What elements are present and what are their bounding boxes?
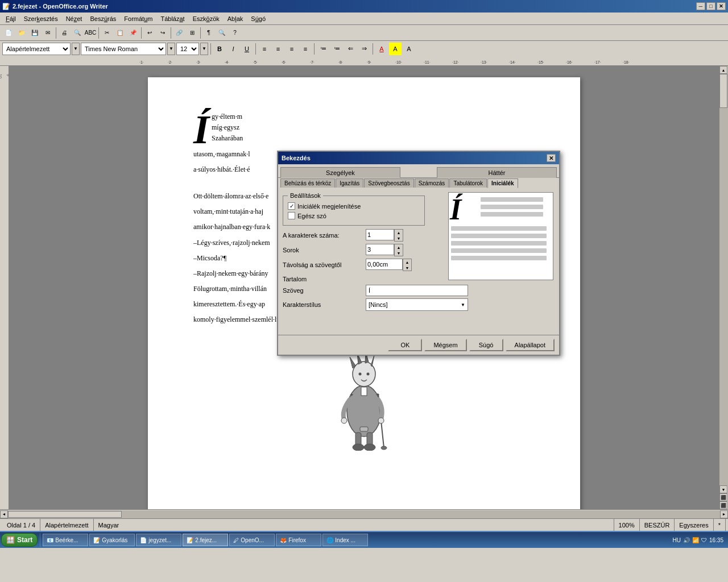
- email-button[interactable]: ✉: [42, 27, 54, 39]
- tavolsag-spin-up[interactable]: ▲: [403, 259, 411, 265]
- minimize-button[interactable]: ─: [696, 2, 705, 10]
- font-selector[interactable]: Times New Roman ▼: [81, 43, 175, 55]
- font-dropdown[interactable]: Times New Roman: [81, 43, 166, 55]
- characters-spin-up[interactable]: ▲: [395, 230, 403, 235]
- characters-input[interactable]: 1: [366, 229, 394, 240]
- scroll-page-down[interactable]: ⬛: [719, 501, 727, 509]
- tab-behuzas[interactable]: Behúzás és térköz: [280, 178, 335, 188]
- taskbar-item-2[interactable]: 📝 Gyakorlás: [89, 534, 135, 546]
- menu-view[interactable]: Nézet: [63, 13, 86, 24]
- sorok-spin[interactable]: ▲ ▼: [394, 244, 403, 256]
- sorok-input[interactable]: 3: [366, 244, 394, 255]
- scroll-track[interactable]: [719, 74, 728, 485]
- ok-button[interactable]: OK: [388, 339, 422, 351]
- tab-hatter[interactable]: Háttér: [437, 167, 557, 178]
- tab-igazitas[interactable]: Igazítás: [336, 178, 363, 188]
- menu-tools[interactable]: Eszközök: [189, 13, 223, 24]
- reset-button[interactable]: Alapállapot: [506, 339, 555, 351]
- font-color-button[interactable]: A: [375, 43, 388, 55]
- tab-tabulatorok[interactable]: Tabulátorok: [449, 178, 487, 188]
- menu-edit[interactable]: Szerkesztés: [20, 13, 61, 24]
- zoom-button[interactable]: 🔍: [216, 27, 228, 39]
- paste-button[interactable]: 📌: [127, 27, 139, 39]
- scroll-down-button[interactable]: ▼: [719, 485, 727, 493]
- sorok-spinner[interactable]: 3 ▲ ▼: [366, 244, 403, 256]
- h-scrollbar[interactable]: ◄ ►: [0, 509, 728, 518]
- help-button[interactable]: Súgó: [469, 339, 503, 351]
- tavolsag-spin[interactable]: ▲ ▼: [403, 259, 412, 271]
- taskbar-item-5[interactable]: 🖊 OpenO...: [229, 534, 275, 546]
- style-dropdown[interactable]: Alapértelmezett: [2, 43, 71, 55]
- redo-button[interactable]: ↪: [156, 27, 169, 39]
- menu-file[interactable]: Fájl: [2, 13, 19, 24]
- table-button[interactable]: ⊞: [186, 27, 198, 39]
- italic-button[interactable]: I: [227, 43, 239, 55]
- list-number-button[interactable]: ≔: [330, 43, 343, 55]
- align-left-button[interactable]: ≡: [258, 43, 271, 55]
- tab-inicialek[interactable]: Iniciálék: [487, 178, 518, 188]
- print-button[interactable]: 🖨: [58, 27, 71, 39]
- tavolsag-spin-down[interactable]: ▼: [403, 265, 411, 271]
- new-button[interactable]: 📄: [2, 27, 15, 39]
- tab-szegely[interactable]: Szegélyek: [280, 167, 400, 178]
- sorok-spin-up[interactable]: ▲: [395, 244, 403, 250]
- tab-szovegbeosztás[interactable]: Szövegbeosztás: [364, 178, 413, 188]
- highlight-button[interactable]: A: [389, 43, 402, 55]
- char-bg-button[interactable]: A: [403, 43, 415, 55]
- align-right-button[interactable]: ≡: [286, 43, 298, 55]
- sorok-spin-down[interactable]: ▼: [395, 250, 403, 256]
- characters-spinner[interactable]: 1 ▲ ▼: [366, 229, 403, 242]
- h-scroll-thumb[interactable]: [8, 511, 122, 518]
- scroll-page-up[interactable]: ⬛: [719, 493, 727, 501]
- undo-button[interactable]: ↩: [143, 27, 156, 39]
- bekezdas-dialog[interactable]: Bekezdés ✕ Szegélyek Háttér Behúzás és t…: [277, 151, 560, 356]
- right-scrollbar[interactable]: ▲ ▼ ⬛ ⬛: [719, 66, 728, 509]
- tavolsag-input[interactable]: 0,00cm: [366, 259, 403, 270]
- characters-spin[interactable]: ▲ ▼: [394, 229, 403, 242]
- taskbar-item-1[interactable]: 📧 Beérke...: [43, 534, 88, 546]
- scroll-up-button[interactable]: ▲: [719, 66, 727, 74]
- cut-button[interactable]: ✂: [101, 27, 113, 39]
- maximize-button[interactable]: □: [706, 2, 715, 10]
- dialog-close-button[interactable]: ✕: [547, 154, 556, 162]
- menu-window[interactable]: Ablak: [224, 13, 247, 24]
- taskbar-item-6[interactable]: 🦊 Firefox: [276, 534, 321, 546]
- preview-button[interactable]: 🔍: [71, 27, 84, 39]
- tab-szamozas[interactable]: Számozás: [415, 178, 449, 188]
- indent-less-button[interactable]: ⇐: [344, 43, 357, 55]
- font-dropdown-arrow[interactable]: ▼: [167, 43, 175, 55]
- start-button[interactable]: 🪟 Start: [1, 533, 38, 547]
- taskbar-item-4[interactable]: 📝 2.fejez...: [183, 534, 228, 546]
- style-dropdown-arrow[interactable]: ▼: [72, 43, 80, 55]
- menu-format[interactable]: Formátum: [121, 13, 156, 24]
- tavolsag-spinner[interactable]: 0,00cm ▲ ▼: [366, 259, 412, 271]
- list-bullet-button[interactable]: ≔: [317, 43, 329, 55]
- indent-more-button[interactable]: ⇒: [358, 43, 370, 55]
- taskbar-item-7[interactable]: 🌐 Index ...: [322, 534, 368, 546]
- h-scroll-left[interactable]: ◄: [0, 510, 8, 518]
- karakterstilus-select[interactable]: [Nincs] ▼: [366, 298, 468, 311]
- inicialek-checkbox[interactable]: [288, 202, 295, 210]
- size-dropdown-arrow[interactable]: ▼: [200, 43, 208, 55]
- open-button[interactable]: 📁: [15, 27, 28, 39]
- scroll-thumb[interactable]: [719, 74, 727, 108]
- size-selector[interactable]: 12 ▼: [176, 43, 208, 55]
- menu-table[interactable]: Táblázat: [157, 13, 188, 24]
- cancel-button[interactable]: Mégsem: [424, 339, 466, 351]
- spell-button[interactable]: ABC: [84, 27, 97, 39]
- bold-button[interactable]: B: [213, 43, 226, 55]
- egeszszo-checkbox[interactable]: [288, 212, 295, 219]
- align-center-button[interactable]: ≡: [272, 43, 284, 55]
- szoveg-input[interactable]: [366, 285, 468, 296]
- toggle-chars-button[interactable]: ¶: [202, 27, 215, 39]
- size-dropdown[interactable]: 12: [176, 43, 199, 55]
- taskbar-item-3[interactable]: 📄 jegyzet...: [136, 534, 181, 546]
- close-button[interactable]: ✕: [717, 2, 726, 10]
- help-button[interactable]: ?: [229, 27, 241, 39]
- h-scroll-track[interactable]: [8, 510, 720, 518]
- underline-button[interactable]: U: [241, 43, 253, 55]
- hyperlink-button[interactable]: 🔗: [173, 27, 185, 39]
- menu-help[interactable]: Súgó: [247, 13, 269, 24]
- align-justify-button[interactable]: ≡: [299, 43, 312, 55]
- title-controls[interactable]: ─ □ ✕: [696, 2, 726, 10]
